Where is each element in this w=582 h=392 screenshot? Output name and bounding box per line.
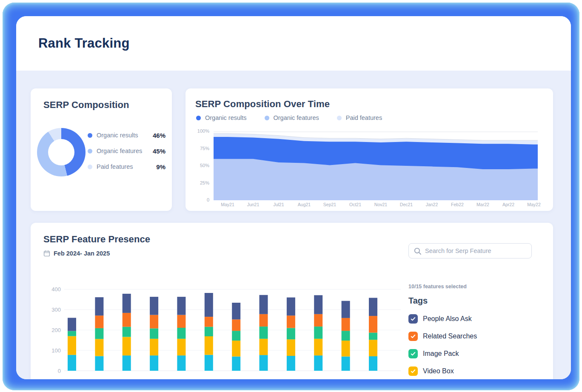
legend-label: Organic features — [97, 148, 142, 154]
feature-filter-panel: 10/15 features selected Tags People Also… — [408, 243, 532, 258]
area-x-tick: Nov21 — [368, 202, 394, 207]
bar-y-tick: 0 — [34, 368, 61, 374]
area-x-tick: Dec21 — [393, 202, 419, 207]
legend-label: Organic features — [274, 114, 319, 121]
legend-value: 46% — [153, 132, 165, 139]
legend-item: Paid features9% — [88, 162, 165, 171]
tag-label: Image Pack — [423, 350, 459, 358]
bar-y-tick: 200 — [34, 327, 61, 333]
tag-checkbox[interactable] — [408, 349, 418, 358]
serp-over-time-area-chart — [214, 131, 538, 201]
legend-item: Paid features — [337, 114, 382, 121]
legend-dot — [88, 165, 92, 169]
tag-label: Video Box — [423, 367, 454, 375]
feature-presence-bar-chart — [63, 287, 403, 373]
area-x-tick: May22 — [521, 202, 547, 207]
serp-feature-presence-card: SERP Feature Presence Feb 2024- Jan 2025 — [31, 223, 553, 379]
area-y-tick: 50% — [185, 163, 209, 168]
legend-value: 45% — [153, 148, 165, 155]
bar-y-tick: 100 — [34, 347, 61, 354]
legend-item: Organic features45% — [88, 146, 165, 156]
area-y-tick: 0 — [185, 197, 209, 202]
search-icon — [414, 247, 422, 256]
feature-presence-title: SERP Feature Presence — [43, 234, 150, 245]
legend-dot — [265, 116, 269, 120]
legend-label: Organic results — [97, 132, 138, 139]
serp-over-time-title: SERP Composition Over Time — [195, 99, 330, 110]
serp-over-time-legend: Organic resultsOrganic featuresPaid feat… — [196, 114, 382, 121]
checkmark-icon — [410, 368, 416, 374]
tag-row-people-also-ask[interactable]: People Also Ask — [408, 313, 472, 324]
checkmark-icon — [410, 333, 416, 339]
area-y-tick: 25% — [185, 180, 209, 185]
area-x-tick: Sep21 — [317, 202, 343, 207]
legend-item: Organic features — [265, 114, 319, 121]
legend-label: Organic results — [205, 114, 247, 121]
tag-row-image-pack[interactable]: Image Pack — [408, 348, 459, 359]
bar-y-tick: 400 — [34, 286, 61, 293]
legend-value: 9% — [156, 163, 165, 170]
legend-item: Organic results — [196, 114, 247, 121]
area-x-tick: Jul21 — [265, 202, 292, 207]
area-x-tick: Apr22 — [495, 202, 522, 207]
features-selected-count: 10/15 features selected — [408, 284, 467, 290]
legend-dot — [196, 116, 201, 120]
legend-dot — [337, 116, 342, 120]
serp-composition-title: SERP Composition — [43, 99, 129, 111]
serp-composition-donut-chart — [37, 128, 86, 176]
tag-row-related-searches[interactable]: Related Searches — [408, 331, 477, 342]
legend-dot — [88, 133, 92, 138]
area-x-tick: Mar22 — [470, 202, 496, 207]
tag-row-video-box[interactable]: Video Box — [408, 366, 454, 377]
area-x-tick: Jun21 — [240, 202, 266, 207]
bar-y-tick: 300 — [34, 307, 61, 313]
area-x-tick: Feb22 — [444, 202, 471, 207]
page-title: Rank Tracking — [38, 36, 130, 51]
area-y-tick: 75% — [185, 146, 209, 151]
search-input[interactable] — [425, 244, 529, 258]
serp-composition-card: SERP Composition Organic results46%Organ… — [31, 88, 172, 211]
serp-over-time-card: SERP Composition Over Time Organic resul… — [185, 88, 553, 211]
tags-heading: Tags — [408, 296, 428, 306]
area-x-tick: Aug21 — [291, 202, 317, 207]
area-x-tick: Oct21 — [342, 202, 368, 207]
tag-label: Related Searches — [423, 332, 477, 340]
checkmark-icon — [410, 351, 416, 357]
area-x-tick: May21 — [214, 202, 241, 207]
legend-label: Paid features — [346, 114, 382, 121]
tag-checkbox[interactable] — [408, 366, 418, 376]
app-header: Rank Tracking — [16, 16, 571, 71]
area-x-tick: Jan22 — [419, 202, 445, 207]
legend-label: Paid features — [97, 163, 133, 170]
serp-composition-legend: Organic results46%Organic features45%Pai… — [88, 131, 165, 178]
tag-checkbox[interactable] — [408, 332, 418, 341]
legend-item: Organic results46% — [88, 131, 165, 140]
tag-label: People Also Ask — [423, 315, 472, 323]
tag-checkbox[interactable] — [408, 314, 418, 324]
app-panel: Rank Tracking SERP Composition Organic r… — [16, 16, 571, 379]
serp-feature-search — [408, 243, 532, 258]
date-range: Feb 2024- Jan 2025 — [43, 250, 110, 257]
area-y-tick: 100% — [185, 128, 209, 134]
checkmark-icon — [410, 316, 416, 322]
calendar-icon — [43, 250, 50, 257]
app-body: SERP Composition Organic results46%Organ… — [16, 71, 571, 379]
outer-gradient-frame: Rank Tracking SERP Composition Organic r… — [3, 3, 579, 390]
legend-dot — [88, 149, 92, 153]
date-range-label: Feb 2024- Jan 2025 — [54, 250, 110, 257]
